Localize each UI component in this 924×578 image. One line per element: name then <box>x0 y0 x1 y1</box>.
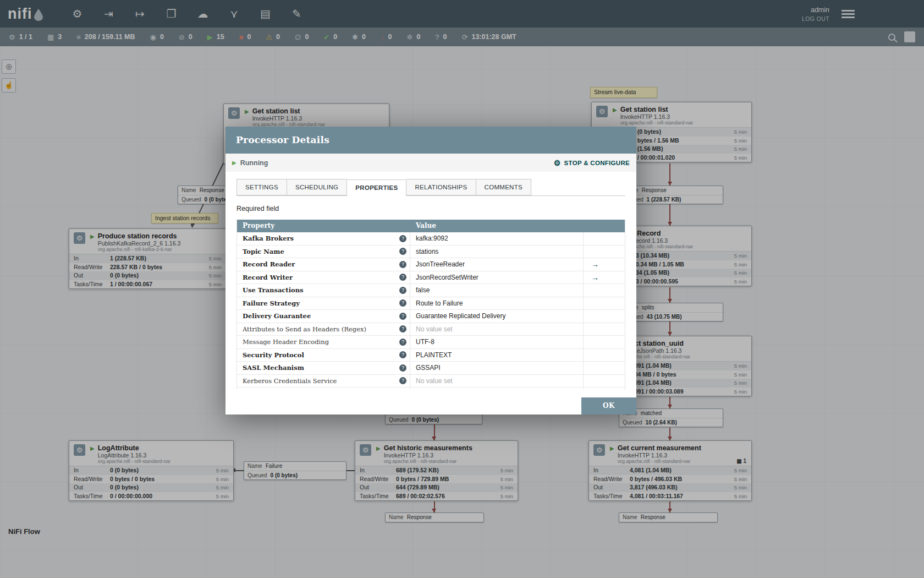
property-name: Record Writer <box>243 274 399 281</box>
property-value: No value set <box>416 377 453 385</box>
configure-gear-icon: ⚙ <box>554 159 561 167</box>
property-row: Record Writer ? JsonRecordSetWriter → <box>237 271 625 285</box>
go-to-service-icon[interactable]: → <box>591 273 599 282</box>
property-value: GSSAPI <box>416 364 441 372</box>
property-name: Attributes to Send as Headers (Regex) <box>243 325 399 333</box>
help-icon[interactable]: ? <box>399 351 406 358</box>
required-field-note: Required field <box>237 205 625 212</box>
properties-table: Property Value Kafka Brokers ? kafka:909… <box>237 220 625 390</box>
property-name: Delivery Guarantee <box>243 312 399 320</box>
property-value: JsonRecordSetWriter <box>416 274 479 281</box>
property-column-header: Property <box>237 220 410 232</box>
running-status-icon: ▶ <box>232 160 237 166</box>
help-icon[interactable]: ? <box>399 261 406 268</box>
property-row: Kafka Brokers ? kafka:9092 → <box>237 232 625 246</box>
property-value: Route to Failure <box>416 299 463 307</box>
property-name: Message Header Encoding <box>243 338 399 346</box>
dialog-tab[interactable]: SETTINGS <box>237 179 287 195</box>
property-row: Kerberos Credentials Service ? No value … <box>237 375 625 388</box>
dialog-tab[interactable]: SCHEDULING <box>287 179 347 195</box>
ok-button[interactable]: OK <box>581 397 636 415</box>
property-row: Attributes to Send as Headers (Regex) ? … <box>237 323 625 336</box>
dialog-tabs: SETTINGS SCHEDULING PROPERTIES RELATIONS… <box>237 179 625 196</box>
processor-details-dialog: Processor Details ▶ Running ⚙ STOP & CON… <box>226 127 636 415</box>
help-icon[interactable]: ? <box>399 299 406 307</box>
processor-state-label: Running <box>240 159 268 167</box>
property-name: Kafka Brokers <box>243 235 399 242</box>
property-row: SASL Mechanism ? GSSAPI → <box>237 362 625 375</box>
help-icon[interactable]: ? <box>399 339 406 346</box>
property-row: Kerberos Service Name ? No value set → <box>237 388 625 390</box>
property-row: Message Header Encoding ? UTF-8 → <box>237 336 625 349</box>
property-name: SASL Mechanism <box>243 364 399 372</box>
property-row: Security Protocol ? PLAINTEXT → <box>237 349 625 362</box>
property-value: false <box>416 286 430 294</box>
help-icon[interactable]: ? <box>399 313 406 320</box>
property-value: UTF-8 <box>416 338 435 346</box>
help-icon[interactable]: ? <box>399 325 406 332</box>
property-name: Kerberos Credentials Service <box>243 377 399 385</box>
go-to-service-icon[interactable]: → <box>591 260 599 269</box>
property-value: Guarantee Replicated Delivery <box>416 312 505 320</box>
property-value: PLAINTEXT <box>416 351 452 359</box>
property-value: JsonTreeReader <box>416 260 465 268</box>
property-value: kafka:9092 <box>416 235 448 242</box>
property-row: Topic Name ? stations → <box>237 246 625 259</box>
help-icon[interactable]: ? <box>399 377 406 384</box>
dialog-title: Processor Details <box>226 127 636 154</box>
property-row: Failure Strategy ? Route to Failure → <box>237 297 625 310</box>
property-value: No value set <box>416 325 453 333</box>
property-name: Topic Name <box>243 248 399 255</box>
property-name: Use Transactions <box>243 286 399 294</box>
property-row: Delivery Guarantee ? Guarantee Replicate… <box>237 310 625 323</box>
property-row: Record Reader ? JsonTreeReader → <box>237 258 625 271</box>
dialog-tab[interactable]: PROPERTIES <box>347 179 406 196</box>
property-name: Failure Strategy <box>243 299 399 307</box>
help-icon[interactable]: ? <box>399 287 406 294</box>
property-name: Security Protocol <box>243 351 399 359</box>
dialog-tab[interactable]: RELATIONSHIPS <box>406 179 476 195</box>
help-icon[interactable]: ? <box>399 274 406 281</box>
help-icon[interactable]: ? <box>399 235 406 242</box>
property-value: stations <box>416 248 438 255</box>
help-icon[interactable]: ? <box>399 248 406 255</box>
value-column-header: Value <box>410 220 625 232</box>
dialog-tab[interactable]: COMMENTS <box>476 179 531 195</box>
help-icon[interactable]: ? <box>399 364 406 372</box>
property-row: Use Transactions ? false → <box>237 284 625 297</box>
stop-and-configure-button[interactable]: ⚙ STOP & CONFIGURE <box>554 159 630 167</box>
property-name: Record Reader <box>243 260 399 268</box>
